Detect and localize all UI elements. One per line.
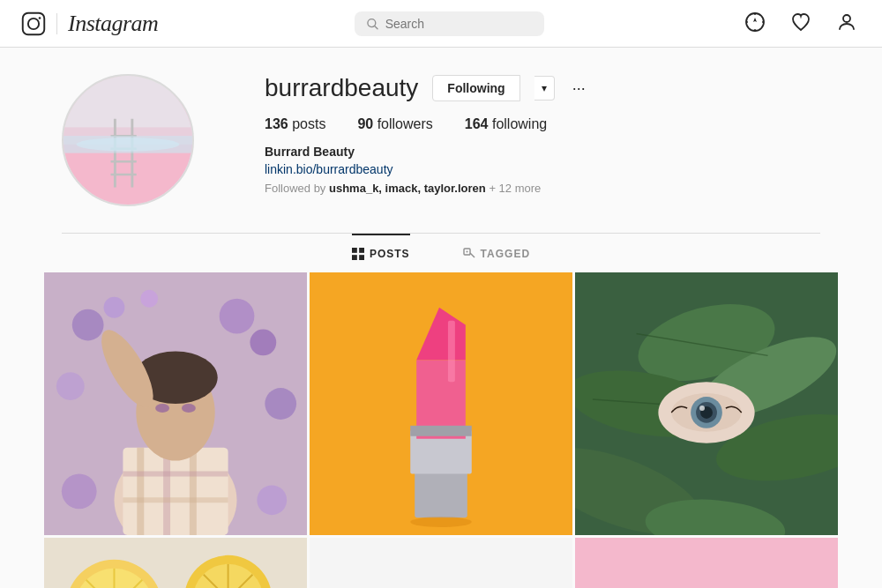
following-dropdown-button[interactable]: ▾: [534, 76, 555, 100]
svg-point-31: [72, 309, 104, 341]
svg-rect-101: [310, 538, 572, 588]
following-label: following: [492, 116, 547, 131]
profile-section: burrardbeauty Following ▾ ··· 136 posts …: [44, 74, 838, 272]
svg-marker-10: [753, 18, 757, 22]
header-left: Instagram: [21, 11, 158, 37]
svg-rect-107: [575, 538, 838, 588]
instagram-camera-icon: [21, 11, 46, 36]
following-count: 164: [465, 116, 489, 131]
grid-icon: [352, 248, 364, 260]
search-icon: [367, 18, 377, 30]
svg-point-38: [257, 485, 287, 515]
tab-posts[interactable]: POSTS: [352, 234, 410, 272]
instagram-wordmark: Instagram: [68, 11, 158, 37]
following-button[interactable]: Following: [432, 75, 519, 101]
svg-rect-59: [410, 426, 472, 436]
user-icon: [836, 11, 857, 33]
profile-name-row: burrardbeauty Following ▾ ···: [265, 74, 820, 102]
grid-item-6[interactable]: [575, 538, 838, 588]
svg-point-36: [265, 388, 296, 420]
followers-label: followers: [377, 116, 433, 131]
followed-by-label: Followed by: [265, 182, 325, 195]
svg-line-4: [375, 26, 377, 28]
grid-item-5[interactable]: [310, 538, 572, 588]
compass-icon: [744, 11, 766, 33]
heart-icon: [790, 11, 811, 33]
svg-rect-26: [359, 255, 364, 260]
following-stat: 164 following: [465, 116, 547, 132]
svg-rect-25: [352, 255, 357, 260]
posts-stat: 136 posts: [265, 116, 325, 132]
post-image-3: [575, 272, 838, 535]
followed-by: Followed by ushma_k, imack, taylor.loren…: [265, 182, 820, 195]
svg-rect-23: [352, 248, 357, 253]
svg-point-37: [62, 473, 97, 509]
svg-point-35: [56, 372, 85, 400]
profile-username: burrardbeauty: [265, 74, 418, 102]
profile-stats: 136 posts 90 followers 164 following: [265, 116, 820, 132]
tagged-tab-label: TAGGED: [481, 248, 530, 260]
post-image-4: [44, 538, 307, 588]
tag-icon: [463, 248, 475, 260]
followed-by-more: + 12 more: [489, 182, 541, 195]
svg-point-60: [410, 517, 472, 527]
avatar: [62, 74, 194, 206]
svg-point-2: [39, 17, 41, 19]
post-count: 136: [265, 116, 288, 131]
post-image-1: [44, 272, 307, 535]
post-image-2: [310, 272, 572, 535]
post-image-6: [575, 538, 838, 588]
header-divider: [56, 13, 57, 34]
header-nav-icons: [741, 8, 861, 39]
grid-item-2[interactable]: [310, 272, 572, 535]
svg-point-39: [140, 290, 158, 308]
followers-count: 90: [357, 116, 373, 131]
svg-point-51: [182, 404, 196, 413]
profile-info: burrardbeauty Following ▾ ··· 136 posts …: [265, 74, 820, 195]
more-options-button[interactable]: ···: [569, 79, 589, 98]
svg-rect-0: [23, 12, 45, 34]
svg-point-5: [746, 13, 764, 31]
svg-point-32: [104, 297, 125, 318]
profile-header: burrardbeauty Following ▾ ··· 136 posts …: [62, 74, 820, 206]
avatar-container: [62, 74, 194, 206]
posts-tab-label: POSTS: [370, 248, 410, 260]
profile-link[interactable]: linkin.bio/burrardbeauty: [265, 162, 820, 176]
svg-point-33: [220, 299, 255, 334]
followed-by-users[interactable]: ushma_k, imack, taylor.loren: [329, 182, 486, 195]
followers-stat: 90 followers: [357, 116, 432, 132]
post-image-5: [310, 538, 572, 588]
profile-fullname: Burrard Beauty: [265, 145, 820, 159]
posts-label: posts: [292, 116, 325, 131]
svg-point-34: [250, 330, 276, 356]
posts-grid: [44, 272, 838, 588]
grid-item-3[interactable]: [575, 272, 838, 535]
svg-rect-58: [448, 321, 455, 383]
svg-point-75: [699, 406, 705, 411]
grid-item-4[interactable]: [44, 538, 307, 588]
heart-button[interactable]: [787, 8, 815, 39]
compass-button[interactable]: [741, 8, 769, 39]
header: Instagram: [0, 0, 882, 48]
svg-rect-24: [359, 248, 364, 253]
tab-tagged[interactable]: TAGGED: [463, 234, 530, 272]
avatar-image: [64, 76, 192, 205]
svg-rect-22: [64, 136, 192, 153]
tabs-row: POSTS TAGGED: [62, 234, 820, 272]
svg-point-1: [28, 18, 39, 28]
search-bar[interactable]: [355, 11, 544, 36]
svg-line-28: [470, 253, 475, 257]
svg-point-11: [843, 15, 850, 22]
svg-point-29: [466, 251, 467, 253]
svg-point-50: [155, 404, 169, 413]
grid-item-1[interactable]: [44, 272, 307, 535]
profile-button[interactable]: [833, 8, 861, 39]
search-input[interactable]: [385, 17, 533, 31]
